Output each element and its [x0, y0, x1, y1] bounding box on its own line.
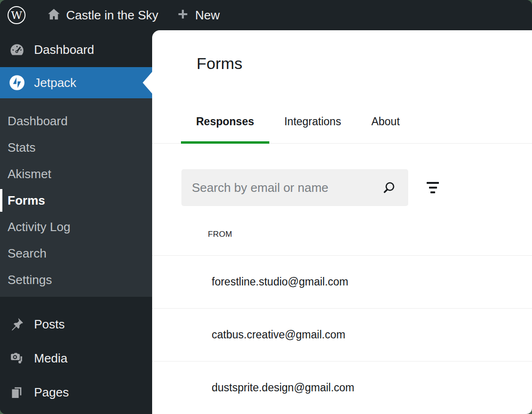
search-icon[interactable]	[381, 180, 397, 196]
admin-bar: W Castle in the Sky New	[0, 0, 532, 30]
responses-toolbar	[181, 169, 532, 206]
tab-responses[interactable]: Responses	[181, 115, 269, 143]
jetpack-icon	[9, 73, 26, 92]
tab-about[interactable]: About	[356, 115, 415, 143]
pages-icon	[9, 384, 26, 400]
admin-sidebar: Dashboard Jetpack Dashboard Stats Akisme…	[0, 30, 152, 414]
forms-tab-bar: Responses Integrations About	[152, 115, 532, 144]
responses-table-header: FROM	[152, 206, 532, 256]
submenu-item-forms[interactable]: Forms	[0, 187, 152, 214]
sidebar-item-label: Media	[34, 351, 68, 366]
sidebar-item-pages[interactable]: Pages	[0, 375, 152, 409]
table-row[interactable]: catbus.creative@gmail.com	[152, 309, 532, 362]
media-icon	[9, 350, 26, 366]
submenu-item-stats[interactable]: Stats	[0, 134, 152, 161]
tab-integrations[interactable]: Integrations	[269, 115, 356, 143]
sidebar-item-jetpack[interactable]: Jetpack	[0, 67, 152, 98]
posts-icon	[9, 316, 26, 332]
submenu-item-dashboard[interactable]: Dashboard	[0, 108, 152, 134]
sidebar-bottom-group: Posts Media	[0, 297, 152, 409]
column-header-from: FROM	[208, 230, 232, 239]
response-from-email: dustsprite.design@gmail.com	[212, 381, 354, 394]
site-home-link[interactable]: Castle in the Sky	[46, 7, 158, 24]
search-box	[181, 169, 408, 206]
page-title: Forms	[197, 54, 532, 73]
new-label: New	[195, 8, 220, 23]
sidebar-item-label: Posts	[34, 317, 65, 332]
search-input[interactable]	[181, 169, 408, 206]
response-from-email: catbus.creative@gmail.com	[212, 328, 345, 341]
forms-main-panel: Forms Responses Integrations About	[152, 30, 532, 414]
filter-icon[interactable]	[422, 177, 443, 198]
site-name: Castle in the Sky	[66, 8, 158, 23]
wordpress-admin-window: W Castle in the Sky New	[0, 0, 532, 414]
table-row[interactable]: dustsprite.design@gmail.com	[152, 362, 532, 414]
submenu-item-settings[interactable]: Settings	[0, 267, 152, 293]
sidebar-item-label: Dashboard	[34, 43, 94, 57]
sidebar-item-posts[interactable]: Posts	[0, 307, 152, 341]
wordpress-logo-icon[interactable]: W	[8, 6, 26, 24]
plus-icon	[176, 8, 189, 23]
sidebar-item-dashboard[interactable]: Dashboard	[0, 35, 152, 64]
submenu-item-activity-log[interactable]: Activity Log	[0, 214, 152, 240]
dashboard-icon	[9, 42, 26, 58]
admin-layout: Dashboard Jetpack Dashboard Stats Akisme…	[0, 30, 532, 414]
new-content-button[interactable]: New	[176, 8, 220, 23]
jetpack-submenu: Dashboard Stats Akismet Forms Activity L…	[0, 98, 152, 297]
sidebar-item-label: Pages	[34, 385, 69, 400]
response-from-email: forestline.studio@gmail.com	[212, 276, 348, 288]
submenu-item-search[interactable]: Search	[0, 240, 152, 267]
table-row[interactable]: forestline.studio@gmail.com	[152, 256, 532, 309]
submenu-item-akismet[interactable]: Akismet	[0, 161, 152, 187]
sidebar-item-media[interactable]: Media	[0, 341, 152, 375]
home-icon	[46, 7, 61, 24]
sidebar-item-label: Jetpack	[34, 76, 77, 90]
